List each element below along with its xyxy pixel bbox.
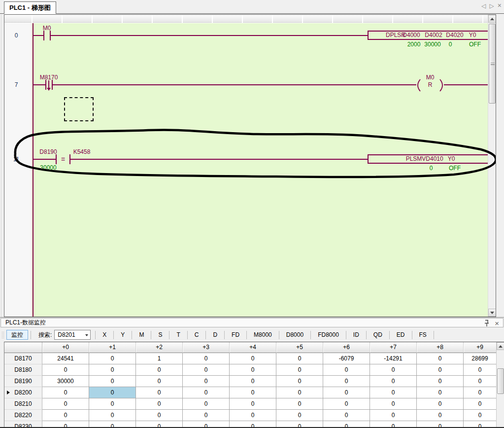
grid-cell[interactable]: 0: [183, 410, 230, 421]
device-filter-button-c[interactable]: C: [190, 330, 203, 340]
device-filter-button-m8000[interactable]: M8000: [249, 330, 276, 340]
grid-cell[interactable]: 0: [89, 398, 136, 410]
device-filter-button-qd[interactable]: QD: [369, 330, 387, 340]
grid-cell[interactable]: 0: [417, 387, 464, 398]
grid-cell[interactable]: 0: [417, 353, 464, 364]
ladder-scrollbar[interactable]: [488, 15, 496, 317]
grid-cell[interactable]: 0: [323, 410, 370, 421]
device-filter-button-id[interactable]: ID: [349, 330, 364, 340]
selection-cursor[interactable]: [64, 97, 94, 121]
nav-prev-icon[interactable]: ◁: [481, 2, 486, 9]
device-filter-button-y[interactable]: Y: [116, 330, 129, 340]
tab-close-icon[interactable]: ×: [498, 2, 502, 9]
grid-cell[interactable]: 0: [417, 364, 464, 376]
grid-cell[interactable]: 0: [136, 398, 183, 410]
row-header[interactable]: D8170: [4, 353, 42, 364]
grid-cell[interactable]: 0: [230, 353, 276, 364]
grid-cell[interactable]: 0: [417, 376, 464, 387]
grid-cell[interactable]: 0: [136, 387, 183, 398]
contact-m0[interactable]: [43, 31, 44, 40]
grid-cell[interactable]: 0: [276, 353, 323, 364]
row-header[interactable]: D8190: [4, 376, 42, 387]
grid-cell[interactable]: -6079: [323, 353, 370, 364]
grid-cell[interactable]: 0: [89, 364, 136, 376]
row-header[interactable]: D8180: [4, 364, 42, 376]
grid-cell[interactable]: 0: [464, 376, 497, 387]
grid-cell[interactable]: 0: [464, 410, 497, 421]
grid-cell[interactable]: 0: [323, 376, 370, 387]
grid-cell[interactable]: 1: [136, 353, 183, 364]
toolbar-grip-icon[interactable]: [1, 331, 4, 339]
grid-cell[interactable]: 0: [183, 387, 230, 398]
grid-cell[interactable]: 0: [370, 364, 417, 376]
grid-cell[interactable]: 0: [89, 353, 136, 364]
scroll-up-button[interactable]: [497, 342, 504, 350]
grid-cell[interactable]: 0: [417, 398, 464, 410]
grid-cell[interactable]: 0: [370, 376, 417, 387]
row-header[interactable]: D8210: [4, 398, 42, 410]
grid-cell[interactable]: 0: [136, 410, 183, 421]
row-header[interactable]: D8200: [4, 387, 42, 398]
grid-cell[interactable]: 0: [230, 387, 276, 398]
device-filter-button-fd8000[interactable]: FD8000: [313, 330, 343, 340]
grid-cell[interactable]: 0: [464, 364, 497, 376]
monitor-toggle-button[interactable]: 监控: [6, 330, 28, 340]
grid-cell[interactable]: 0: [323, 398, 370, 410]
grid-cell[interactable]: 0: [276, 364, 323, 376]
grid-cell[interactable]: 0: [276, 398, 323, 410]
grid-cell[interactable]: 0: [370, 410, 417, 421]
grid-cell[interactable]: 0: [183, 364, 230, 376]
grid-cell[interactable]: 30000: [42, 376, 89, 387]
row-header[interactable]: D8220: [4, 410, 42, 421]
device-filter-button-fd[interactable]: FD: [227, 330, 244, 340]
device-filter-button-d[interactable]: D: [208, 330, 222, 340]
scroll-up-button[interactable]: [488, 15, 496, 23]
grid-cell[interactable]: 0: [276, 376, 323, 387]
device-filter-button-fs[interactable]: FS: [415, 330, 431, 340]
grid-scrollbar[interactable]: [496, 342, 504, 428]
grid-cell[interactable]: 0: [136, 376, 183, 387]
grid-cell[interactable]: 0: [230, 410, 276, 421]
grid-cell[interactable]: 0: [89, 387, 136, 398]
instruction-box-dplsr[interactable]: DPLSR D4000 D4002 D4020 Y0: [368, 31, 490, 40]
grid-cell[interactable]: 0: [230, 364, 276, 376]
device-filter-button-d8000[interactable]: D8000: [282, 330, 308, 340]
grid-cell[interactable]: 0: [42, 398, 89, 410]
grid-cell[interactable]: 0: [276, 410, 323, 421]
device-filter-button-x[interactable]: X: [98, 330, 111, 340]
grid-cell[interactable]: 0: [323, 364, 370, 376]
grid-cell[interactable]: 0: [230, 398, 276, 410]
grid-cell[interactable]: 0: [230, 376, 276, 387]
instruction-box-plsmv[interactable]: PLSMV D4010 Y0: [368, 154, 490, 164]
grid-cell[interactable]: 0: [183, 353, 230, 364]
nav-next-icon[interactable]: ▷: [490, 2, 494, 9]
grid-cell[interactable]: 24541: [42, 353, 89, 364]
grid-cell[interactable]: -14291: [370, 353, 417, 364]
contact-m8170-falling[interactable]: [45, 80, 46, 90]
grid-cell[interactable]: 0: [370, 387, 417, 398]
grid-cell[interactable]: 0: [42, 364, 89, 376]
grid-cell[interactable]: 0: [89, 376, 136, 387]
ladder-editor[interactable]: 0 7 11 M0 DPLSR D4000 D4002 D4020 Y0 200…: [4, 14, 496, 317]
grid-cell[interactable]: 0: [370, 398, 417, 410]
grid-cell[interactable]: 0: [276, 387, 323, 398]
grid-cell[interactable]: 0: [42, 410, 89, 421]
scrollbar-thumb[interactable]: [497, 368, 504, 394]
pin-icon[interactable]: [484, 320, 490, 327]
scrollbar-thumb[interactable]: [489, 24, 496, 104]
device-search-combobox[interactable]: D8201: [54, 330, 91, 340]
grid-cell[interactable]: 0: [464, 398, 497, 410]
grid-cell[interactable]: 0: [183, 376, 230, 387]
device-filter-button-s[interactable]: S: [154, 330, 167, 340]
grid-cell[interactable]: 0: [417, 410, 464, 421]
grid-cell[interactable]: 28699: [464, 353, 497, 364]
grid-cell[interactable]: 0: [323, 387, 370, 398]
device-filter-button-m[interactable]: M: [134, 330, 148, 340]
grid-cell[interactable]: 0: [183, 398, 230, 410]
grid-cell[interactable]: 0: [42, 387, 89, 398]
grid-cell[interactable]: 0: [89, 410, 136, 421]
device-filter-button-t[interactable]: T: [172, 330, 184, 340]
grid-cell[interactable]: 0: [136, 364, 183, 376]
tab-plc1-ladder[interactable]: PLC1 - 梯形图: [4, 1, 56, 14]
scroll-down-button[interactable]: [488, 309, 496, 317]
